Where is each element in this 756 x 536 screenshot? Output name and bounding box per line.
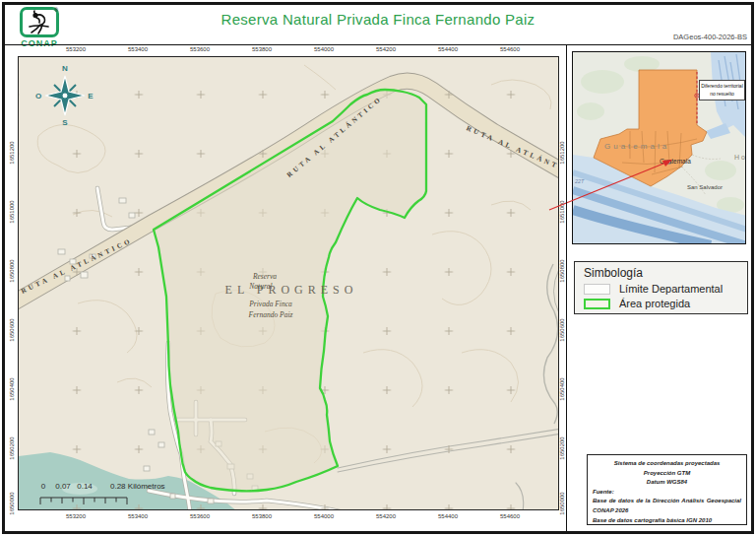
place-label-el-progreso: EL PROGRESO (225, 283, 358, 298)
document-code: DAGeos-400-2026-BS (673, 33, 747, 41)
axis-tick-label: 1651200 (9, 141, 15, 164)
axis-tick-label: 553200 (66, 513, 86, 519)
axis-tick-label: 554200 (376, 513, 396, 519)
scalebar-label: 0 (41, 482, 45, 491)
axis-tick-label: 553800 (252, 513, 272, 519)
compass-s-label: S (62, 118, 68, 126)
compass-e-label: E (88, 92, 94, 100)
credits-line: Proyección GTM (593, 469, 741, 479)
axis-tick-label: 553200 (66, 46, 86, 52)
legend-item-label: Área protegida (619, 298, 690, 309)
page-title: Reserva Natural Privada Finca Fernando P… (0, 11, 756, 28)
axis-tick-label: 1650000 (559, 492, 565, 514)
credits-line: Fuente: (593, 488, 741, 498)
axis-tick-label: 554200 (376, 46, 396, 52)
axis-tick-label: 1650000 (9, 492, 15, 514)
reserve-name-line: Fernando Paiz (249, 310, 293, 319)
axis-tick-label: 1650200 (559, 436, 565, 459)
axis-tick-label: 553800 (252, 46, 272, 52)
axis-tick-label: 1650800 (9, 259, 15, 282)
reserve-name-line: Natural (249, 282, 272, 291)
territorial-dispute-note: Diferendo territorial no resuelto (699, 80, 745, 100)
country-label: Guatemala (604, 142, 669, 151)
axis-tick-label: 1650400 (559, 377, 565, 400)
legend-item-label: Límite Departamental (619, 283, 723, 295)
legend-title: Simbología (584, 266, 738, 280)
map-canvas: N E S O RUTA AL ATLÁNTICO RUTA AL ATLÁNT… (18, 56, 559, 510)
legend-item-protected-area: Área protegida (584, 298, 738, 309)
axis-tick-label: 1651000 (9, 200, 15, 223)
axis-tick-label: 554600 (500, 46, 520, 52)
axis-tick-label: 1651200 (559, 141, 565, 164)
axis-tick-label: 554600 (500, 513, 520, 519)
axis-tick-label: 1650800 (559, 259, 565, 282)
credits-line: Sistema de coordenadas proyectadas (593, 459, 741, 469)
scalebar-label: 0.07 (55, 482, 71, 491)
credits-box: Sistema de coordenadas proyectadas Proye… (587, 454, 747, 525)
axis-tick-label: 1650200 (9, 436, 15, 459)
panel-divider (566, 44, 567, 531)
axis-tick-label: 553600 (190, 513, 210, 519)
axis-tick-label: 553600 (190, 46, 210, 52)
axis-tick-label: 1650400 (9, 377, 15, 400)
axis-tick-label: 553400 (128, 46, 148, 52)
san-salvador-label: San Salvador (687, 184, 723, 190)
credits-line: Base de datos de la Dirección Análisis G… (593, 497, 741, 506)
inset-locator-map: Diferendo territorial no resuelto Guatem… (572, 51, 746, 244)
axis-tick-label: 1650600 (559, 318, 565, 341)
axis-tick-label: 1650600 (9, 318, 15, 341)
reserve-name-line: Reserva (253, 272, 277, 281)
axis-tick-label: 554400 (438, 46, 458, 52)
axis-tick-label: 554000 (314, 513, 334, 519)
protected-area-swatch (584, 299, 610, 309)
header-divider (4, 44, 752, 45)
axis-tick-label: 554000 (314, 46, 334, 52)
credits-line: Datum WGS84 (593, 478, 741, 488)
legend: Simbología Límite Departamental Área pro… (574, 261, 748, 314)
scalebar-label: 0.28 Kilómetros (110, 482, 165, 491)
credits-line: Base de datos cartografía básica IGN 201… (593, 516, 741, 526)
compass-o-label: O (35, 92, 41, 100)
reserve-name-line: Privada Finca (249, 300, 292, 308)
capital-city-label: Guatemala (660, 158, 691, 165)
departmental-boundary-swatch (584, 284, 610, 295)
axis-tick-label: 553400 (128, 513, 148, 519)
map-document: ® CONAP Reserva Natural Privada Finca Fe… (0, 0, 756, 536)
honduras-label: Ho (734, 154, 746, 161)
grid-zone-label: 22T (575, 178, 584, 184)
credits-line: CONAP 2026 (593, 506, 741, 516)
axis-tick-label: 1651000 (559, 200, 565, 223)
scalebar-label: 0.14 (77, 482, 93, 491)
legend-item-departmental: Límite Departamental (584, 283, 738, 295)
axis-tick-label: 554400 (438, 513, 458, 519)
compass-n-label: N (62, 64, 68, 73)
compass-rose-icon: N E S O (32, 61, 97, 126)
conap-logo-label: CONAP (14, 38, 65, 48)
